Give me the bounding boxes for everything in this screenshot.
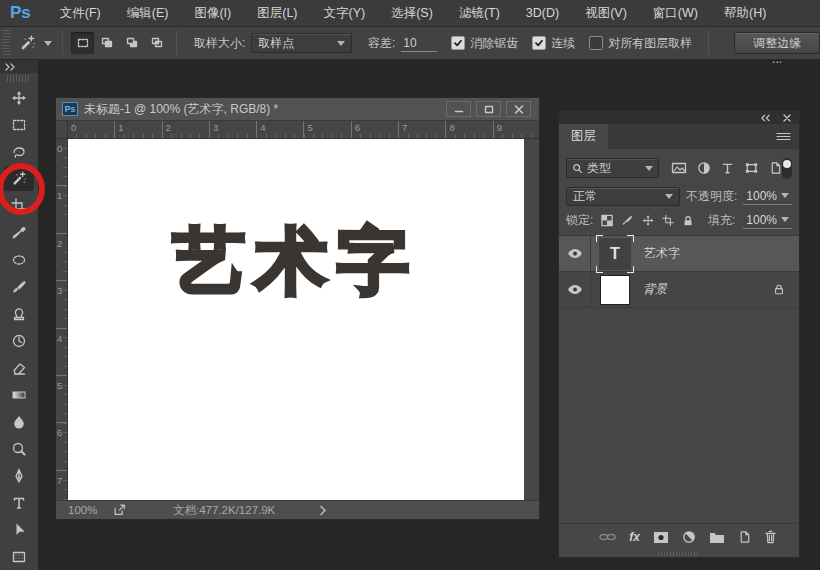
crop-icon	[11, 198, 27, 214]
anti-alias-option[interactable]: 消除锯齿	[451, 35, 518, 52]
tool-clone-stamp[interactable]	[0, 300, 38, 327]
menu-items: 文件(F)编辑(E)图像(I)图层(L)文字(Y)选择(S)滤镜(T)3D(D)…	[47, 0, 780, 26]
filter-smart-object-icon[interactable]	[769, 161, 782, 175]
minimize-button[interactable]	[446, 101, 471, 117]
new-selection-icon	[76, 36, 90, 50]
menu-item-9[interactable]: 窗口(W)	[640, 0, 711, 26]
menu-item-7[interactable]: 3D(D)	[513, 0, 572, 26]
adjustment-layer-icon[interactable]	[682, 530, 696, 544]
tool-preset-picker[interactable]	[16, 32, 55, 54]
menu-item-4[interactable]: 文字(Y)	[311, 0, 379, 26]
tool-eyedropper[interactable]	[0, 219, 38, 246]
add-to-selection-button[interactable]	[96, 32, 119, 54]
menu-item-3[interactable]: 图层(L)	[244, 0, 310, 26]
document-title-bar[interactable]: Ps 未标题-1 @ 100% (艺术字, RGB/8) *	[56, 98, 539, 121]
sample-all-layers-option[interactable]: 对所有图层取样	[589, 35, 692, 52]
layer-name[interactable]: 背景	[643, 281, 667, 298]
lock-position-icon[interactable]	[642, 214, 654, 227]
tool-gradient[interactable]	[0, 381, 38, 408]
canvas[interactable]: 艺术字	[68, 139, 524, 500]
close-button[interactable]	[506, 101, 531, 117]
layer-row-background[interactable]: 背景	[559, 272, 799, 308]
fill-value[interactable]: 100%	[743, 213, 792, 229]
menu-item-5[interactable]: 选择(S)	[378, 0, 446, 26]
visibility-toggle[interactable]	[559, 272, 591, 308]
visibility-toggle[interactable]	[559, 236, 591, 272]
new-selection-button[interactable]	[71, 32, 94, 54]
menu-item-0[interactable]: 文件(F)	[47, 0, 114, 26]
tool-blur[interactable]	[0, 408, 38, 435]
link-icon[interactable]	[599, 532, 616, 542]
layer-list: T 艺术字 背景	[559, 235, 799, 308]
lock-all-icon[interactable]	[682, 214, 694, 228]
menu-item-10[interactable]: 帮助(H)	[711, 0, 779, 26]
lock-pixels-icon[interactable]	[621, 214, 633, 227]
layers-tab[interactable]: 图层	[559, 124, 608, 149]
tool-path-select[interactable]	[0, 516, 38, 543]
tool-crop[interactable]	[0, 192, 38, 219]
layers-panel-bottom-bar: fx	[559, 523, 799, 550]
layer-row-text[interactable]: T 艺术字	[559, 236, 799, 272]
layer-mask-icon[interactable]	[653, 531, 669, 544]
sample-all-layers-checkbox[interactable]	[589, 36, 603, 50]
panel-resize-grip[interactable]	[559, 550, 799, 557]
filter-type-dropdown[interactable]: 类型	[566, 158, 659, 178]
zoom-level[interactable]: 100%	[68, 504, 112, 516]
tool-dodge[interactable]	[0, 435, 38, 462]
tool-rectangular-marquee[interactable]	[0, 111, 38, 138]
tool-move[interactable]	[0, 84, 38, 111]
tool-magic-wand[interactable]	[4, 166, 34, 191]
panel-menu-button[interactable]	[776, 132, 791, 142]
panel-tab-bar: 图层	[559, 124, 799, 149]
filter-adjustment-icon[interactable]	[697, 161, 711, 175]
blend-mode-dropdown[interactable]: 正常	[566, 187, 680, 206]
tool-pen[interactable]	[0, 462, 38, 489]
menu-item-2[interactable]: 图像(I)	[181, 0, 244, 26]
trash-icon[interactable]	[764, 530, 777, 544]
sample-size-dropdown[interactable]: 取样点	[251, 33, 352, 53]
menu-item-6[interactable]: 滤镜(T)	[446, 0, 513, 26]
menu-item-8[interactable]: 视图(V)	[572, 0, 640, 26]
group-folder-icon[interactable]	[709, 531, 725, 544]
menu-item-1[interactable]: 编辑(E)	[114, 0, 182, 26]
background-layer-thumbnail[interactable]	[600, 275, 630, 305]
canvas-row: 01234567 艺术字	[56, 139, 539, 500]
restore-button[interactable]	[476, 101, 501, 117]
refine-edge-button[interactable]: 调整边缘 ...	[734, 32, 820, 54]
add-selection-icon	[100, 36, 114, 50]
tool-shape[interactable]	[0, 543, 38, 570]
layer-name[interactable]: 艺术字	[644, 245, 680, 262]
tool-brush[interactable]	[0, 273, 38, 300]
collapse-panel-icon[interactable]	[760, 114, 771, 122]
contiguous-option[interactable]: 连续	[532, 35, 575, 52]
tools-panel-header[interactable]	[0, 60, 38, 73]
intersect-selection-button[interactable]	[145, 32, 168, 54]
tool-history-brush[interactable]	[0, 327, 38, 354]
ruler-corner[interactable]	[56, 121, 68, 139]
tool-patch[interactable]	[0, 246, 38, 273]
fx-icon[interactable]: fx	[629, 530, 640, 544]
tolerance-input[interactable]	[401, 35, 437, 52]
subtract-from-selection-button[interactable]	[121, 32, 144, 54]
filter-pixel-layer-icon[interactable]	[671, 161, 687, 175]
contiguous-checkbox[interactable]	[532, 36, 546, 50]
lock-artboard-icon[interactable]	[662, 214, 674, 227]
canvas-area: 艺术字	[68, 139, 539, 500]
document-size-info[interactable]: 文档:477.2K/127.9K	[173, 503, 275, 518]
tool-type[interactable]	[0, 489, 38, 516]
filter-shape-layer-icon[interactable]	[744, 161, 759, 175]
tools-panel-grip[interactable]	[7, 75, 31, 82]
text-layer-thumbnail[interactable]: T	[599, 238, 631, 270]
dodge-icon	[11, 441, 27, 457]
share-icon[interactable]	[112, 503, 127, 517]
opacity-value[interactable]: 100%	[743, 189, 792, 205]
close-panel-icon[interactable]	[783, 114, 791, 122]
tool-eraser[interactable]	[0, 354, 38, 381]
anti-alias-checkbox[interactable]	[451, 36, 465, 50]
filter-type-layer-icon[interactable]	[721, 162, 734, 175]
new-layer-icon[interactable]	[738, 530, 751, 544]
tool-lasso[interactable]	[0, 138, 38, 165]
lock-transparency-icon[interactable]	[601, 214, 613, 227]
status-menu-chevron[interactable]	[319, 505, 327, 516]
filter-toggle-switch[interactable]	[782, 158, 792, 179]
